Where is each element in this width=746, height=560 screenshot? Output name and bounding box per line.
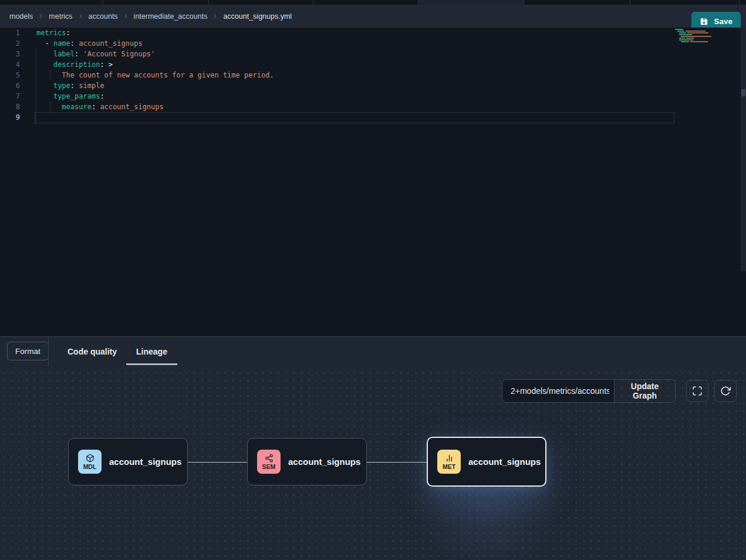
node-label: account_signups — [109, 457, 181, 467]
cube-icon — [86, 454, 94, 463]
code-line: type_params: — [36, 91, 274, 102]
ide-window: modelsmetricsaccountsintermediate_accoun… — [0, 0, 746, 560]
line-number-gutter: 123456789 — [0, 28, 20, 123]
network-icon — [265, 454, 274, 463]
breadcrumb-item[interactable]: metrics — [49, 12, 72, 21]
sem-badge: SEM — [257, 450, 281, 474]
lineage-selector-input[interactable] — [502, 379, 615, 403]
scrollbar-cursor-marker — [741, 89, 745, 96]
mdl-badge: MDL — [78, 450, 102, 474]
line-number: 9 — [0, 112, 20, 123]
code-line: type: simple — [36, 80, 274, 91]
line-number: 6 — [0, 80, 20, 91]
save-label: Save — [714, 17, 733, 26]
breadcrumb-item[interactable]: intermediate_accounts — [134, 12, 208, 21]
breadcrumb-item[interactable]: accounts — [89, 12, 118, 21]
chevron-right-icon — [38, 13, 44, 19]
code-line: measure: account_signups — [36, 102, 274, 112]
badge-label: MDL — [83, 464, 97, 470]
line-number: 5 — [0, 70, 20, 80]
line-number: 4 — [0, 59, 20, 70]
breadcrumb-item[interactable]: account_signups.yml — [223, 12, 292, 21]
breadcrumb-bar: modelsmetricsaccountsintermediate_accoun… — [0, 5, 746, 28]
chevron-right-icon — [212, 13, 218, 19]
code-line: metrics: — [36, 28, 274, 38]
lineage-node-met[interactable]: METaccount_signups — [427, 437, 546, 487]
node-label: account_signups — [288, 457, 360, 467]
format-button[interactable]: Format — [7, 342, 49, 360]
minimap[interactable] — [675, 29, 716, 43]
chevron-right-icon — [123, 13, 129, 19]
code-line — [36, 112, 274, 123]
line-number: 3 — [0, 49, 20, 59]
panel-tabs: Code qualityLineage — [67, 337, 167, 366]
fullscreen-button[interactable] — [686, 380, 708, 402]
line-number: 7 — [0, 91, 20, 102]
floppy-disk-icon — [700, 17, 708, 26]
line-number: 2 — [0, 38, 20, 49]
line-number: 8 — [0, 102, 20, 112]
scrollbar[interactable] — [741, 28, 746, 271]
update-graph-button[interactable]: Update Graph — [614, 379, 676, 403]
chevron-right-icon — [77, 13, 84, 19]
expand-icon — [692, 386, 703, 396]
badge-label: SEM — [262, 464, 276, 470]
line-number: 1 — [0, 28, 20, 38]
tab-lineage[interactable]: Lineage — [136, 337, 167, 366]
refresh-icon — [720, 386, 731, 396]
lineage-edge — [367, 462, 427, 463]
editor-tab-strip — [0, 0, 746, 5]
tab-code-quality[interactable]: Code quality — [67, 337, 117, 366]
met-badge: MET — [437, 450, 461, 474]
code-line: The count of new accounts for a given ti… — [36, 70, 274, 80]
lineage-node-mdl[interactable]: MDLaccount_signups — [68, 438, 188, 485]
lineage-edge — [188, 462, 247, 463]
badge-label: MET — [443, 464, 455, 470]
code-content[interactable]: metrics: - name: account_signups label: … — [36, 28, 274, 123]
breadcrumb: modelsmetricsaccountsintermediate_accoun… — [9, 5, 292, 28]
toolbar-divider — [48, 337, 49, 366]
node-label: account_signups — [468, 457, 541, 467]
code-line: - name: account_signups — [36, 38, 274, 49]
code-line: description: > — [36, 59, 274, 70]
breadcrumb-item[interactable]: models — [9, 12, 33, 21]
code-editor[interactable]: 123456789 metrics: - name: account_signu… — [0, 28, 746, 336]
bar-chart-icon — [445, 454, 454, 463]
code-line: label: 'Account Signups' — [36, 49, 274, 59]
bottom-panel: Format Code qualityLineage MDLaccount_si… — [0, 336, 746, 560]
lineage-node-sem[interactable]: SEMaccount_signups — [247, 438, 367, 485]
refresh-button[interactable] — [714, 380, 737, 402]
active-file-tab[interactable] — [418, 0, 524, 5]
